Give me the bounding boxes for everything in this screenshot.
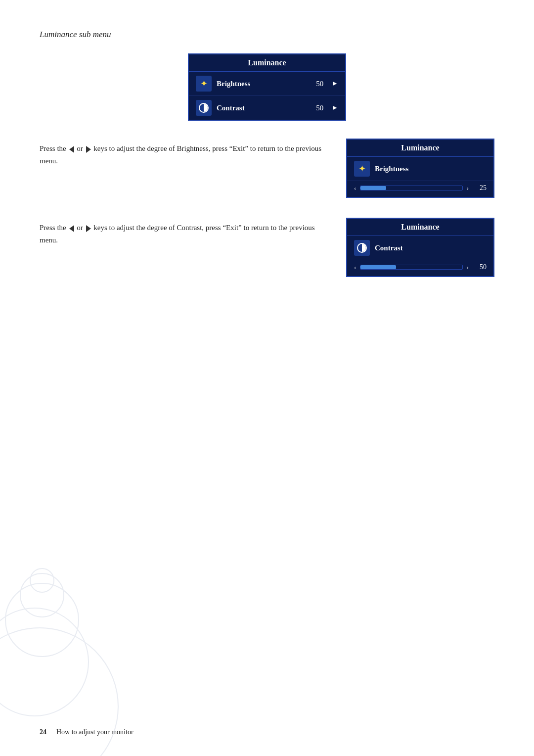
brightness-osd-box: Luminance Brightness ‹ › 25 bbox=[346, 139, 494, 198]
brightness-slider-track bbox=[360, 186, 462, 190]
contrast-slider-left-chevron: ‹ bbox=[354, 263, 356, 271]
contrast-slider-right-chevron: › bbox=[467, 263, 469, 271]
contrast-slider-value: 50 bbox=[473, 263, 487, 271]
slider-left-chevron: ‹ bbox=[354, 184, 356, 192]
top-osd-contrast-row: Contrast 50 ► bbox=[189, 96, 345, 120]
brightness-section: Press the or keys to adjust the degree o… bbox=[40, 139, 494, 198]
contrast-osd-row: Contrast bbox=[347, 236, 493, 260]
contrast-left-arrow-icon bbox=[69, 225, 74, 232]
contrast-section: Press the or keys to adjust the degree o… bbox=[40, 218, 494, 277]
contrast-right-arrow-icon bbox=[86, 225, 91, 232]
brightness-slider-row: ‹ › 25 bbox=[347, 181, 493, 197]
contrast-text: Press the or keys to adjust the degree o… bbox=[40, 218, 326, 246]
brightness-osd-row: Brightness bbox=[347, 157, 493, 181]
top-osd-brightness-label: Brightness bbox=[217, 80, 311, 88]
brightness-slider-value: 25 bbox=[473, 184, 487, 192]
left-arrow-icon bbox=[69, 146, 74, 153]
contrast-slider-row: ‹ › 50 bbox=[347, 260, 493, 276]
contrast-osd-label: Contrast bbox=[375, 244, 487, 252]
brightness-slider-fill bbox=[360, 186, 386, 190]
footer-page-number: 24 bbox=[40, 728, 46, 736]
brightness-text: Press the or keys to adjust the degree o… bbox=[40, 139, 326, 167]
top-osd-brightness-value: 50 bbox=[316, 80, 323, 88]
page-footer: 24 How to adjust your monitor bbox=[40, 728, 134, 736]
brightness-arrow-icon: ► bbox=[331, 80, 338, 88]
brightness-menu-col: Luminance Brightness ‹ › 25 bbox=[346, 139, 494, 198]
contrast-description: Press the or keys to adjust the degree o… bbox=[40, 222, 326, 246]
contrast-arrow-icon: ► bbox=[331, 104, 338, 112]
brightness-icon bbox=[196, 76, 212, 92]
slider-right-chevron: › bbox=[467, 184, 469, 192]
top-menu-row: Luminance Brightness 50 ► Contrast 50 ► bbox=[40, 53, 494, 121]
right-arrow-icon bbox=[86, 146, 91, 153]
section-title: Luminance sub menu bbox=[40, 30, 494, 40]
top-osd-box: Luminance Brightness 50 ► Contrast 50 ► bbox=[188, 53, 346, 121]
top-osd-contrast-value: 50 bbox=[316, 104, 323, 112]
top-osd-title: Luminance bbox=[189, 54, 345, 72]
contrast-osd-icon bbox=[354, 240, 370, 256]
top-osd-brightness-row: Brightness 50 ► bbox=[189, 72, 345, 96]
brightness-description: Press the or keys to adjust the degree o… bbox=[40, 142, 326, 167]
brightness-osd-label: Brightness bbox=[375, 165, 487, 173]
contrast-icon-top bbox=[196, 100, 212, 116]
contrast-osd-box: Luminance Contrast ‹ › 50 bbox=[346, 218, 494, 277]
contrast-menu-col: Luminance Contrast ‹ › 50 bbox=[346, 218, 494, 277]
brightness-osd-title: Luminance bbox=[347, 140, 493, 157]
footer-text: How to adjust your monitor bbox=[56, 728, 134, 736]
contrast-slider-track bbox=[360, 265, 462, 270]
contrast-slider-fill bbox=[360, 265, 396, 269]
contrast-osd-title: Luminance bbox=[347, 219, 493, 236]
brightness-osd-icon bbox=[354, 161, 370, 177]
top-osd-contrast-label: Contrast bbox=[217, 104, 311, 112]
